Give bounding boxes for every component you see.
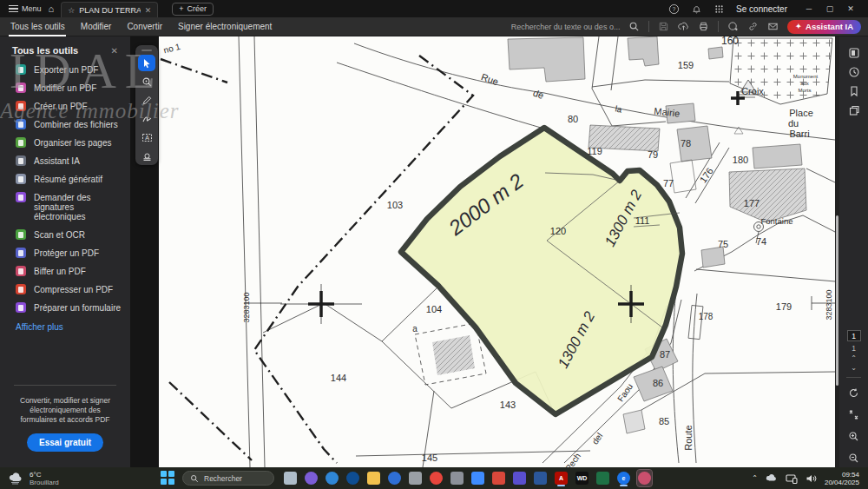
document-tab[interactable]: ☆ PLAN DU TERRAIN ... ✕ (61, 2, 158, 17)
taskbar-search[interactable]: Rechercher (182, 471, 274, 486)
zoom-tool[interactable] (138, 73, 155, 90)
taskbar-app-chrome[interactable] (429, 470, 444, 486)
taskbar-app-edge[interactable] (325, 470, 339, 486)
sidebar-tool-scan-et-ocr[interactable]: Scan et OCR (0, 226, 130, 244)
sidebar-tool-proteger-un-pdf[interactable]: Protéger un PDF (0, 244, 130, 262)
sidebar-tool-preparer-un-formulaire[interactable]: Préparer un formulaire (0, 299, 130, 317)
select-tool[interactable] (138, 55, 155, 72)
menu-button[interactable]: Menu (9, 3, 42, 14)
sidebar-tool-resume-generatif[interactable]: Résumé génératif (0, 170, 130, 188)
show-more-link[interactable]: Afficher plus (0, 317, 130, 337)
sidebar-tool-creer-un-pdf[interactable]: Créer un PDF (0, 97, 130, 116)
taskbar-app-media-purple[interactable] (512, 470, 527, 486)
taskbar-app-office-blue[interactable] (533, 470, 548, 486)
tool-icon (16, 284, 26, 294)
map-label: Monument (793, 74, 819, 79)
free-trial-button[interactable]: Essai gratuit (27, 433, 103, 452)
taskbar-app-browser-e[interactable]: e (616, 470, 631, 486)
taskbar-app-excel[interactable] (595, 470, 610, 486)
tab-convertir[interactable]: Convertir (119, 17, 170, 36)
volume-icon[interactable] (806, 473, 817, 484)
home-icon[interactable]: ⌂ (49, 3, 55, 14)
close-tab-icon[interactable]: ✕ (145, 6, 152, 15)
create-button[interactable]: + Créer (172, 3, 214, 16)
next-page-button[interactable]: ⌄ (851, 365, 857, 372)
maximize-button[interactable]: ▢ (819, 4, 840, 13)
app-red-icon (492, 472, 505, 485)
drag-handle[interactable] (141, 50, 152, 51)
taskbar-app-app-red[interactable] (491, 470, 506, 486)
weather-widget[interactable]: 6°C Brouillard (0, 471, 161, 486)
sidebar-tool-demander-des-signatures-electroniques[interactable]: Demander des signatures électroniques (0, 188, 130, 226)
previous-page-button[interactable]: ⌃ (851, 355, 857, 362)
taskbar-app-task-view[interactable] (283, 470, 298, 486)
page-number-input[interactable]: 1 (847, 330, 861, 341)
onedrive-icon[interactable] (766, 473, 778, 483)
sidebar-tool-exporter-un-pdf[interactable]: Exporter un PDF (0, 61, 130, 79)
upload-cloud-icon[interactable] (678, 21, 689, 32)
taskbar-app-device-gray[interactable] (408, 470, 423, 486)
minimize-button[interactable]: ─ (799, 4, 819, 13)
search-input[interactable]: Rechercher du texte ou des o... (511, 23, 621, 31)
taskbar-app-tool-gray[interactable] (450, 470, 464, 486)
taskbar-app-teamviewer[interactable] (345, 470, 360, 486)
annotate-circle-icon[interactable] (727, 21, 739, 32)
sidebar-tool-biffer-un-pdf[interactable]: Biffer un PDF (0, 262, 130, 281)
cadastral-map-page[interactable]: 103104a144143145801191201111591607978771… (159, 36, 835, 467)
page-thumbnails-button[interactable] (839, 43, 868, 63)
fit-page-button[interactable] (839, 405, 868, 424)
taskbar-app-app-blue[interactable] (387, 470, 402, 486)
notifications-icon[interactable] (691, 3, 702, 15)
assistant-ia-button[interactable]: ✦ Assistant IA (787, 20, 861, 34)
add-text-tool[interactable]: A (138, 129, 155, 147)
zoom-in-button[interactable] (839, 426, 868, 446)
draw-tool[interactable] (138, 92, 155, 109)
close-window-button[interactable]: ✕ (840, 4, 861, 13)
tool-icon (16, 229, 26, 240)
email-icon[interactable] (767, 21, 779, 32)
copilot-icon (305, 472, 318, 485)
star-icon: ☆ (68, 6, 75, 15)
history-button[interactable] (839, 63, 868, 82)
sidebar-tool-assistant-ia[interactable]: Assistant IA (0, 152, 130, 170)
layers-button[interactable] (839, 101, 868, 120)
scrollbar-thumb[interactable] (836, 215, 838, 386)
tool-label: Combiner des fichiers (34, 120, 118, 129)
sidebar-tool-compresser-un-pdf[interactable]: Compresser un PDF (0, 281, 130, 299)
weather-condition: Brouillard (30, 479, 59, 486)
sidebar-tool-modifier-un-pdf[interactable]: Modifier un PDF (0, 79, 130, 97)
tab-tous-les-outils[interactable]: Tous les outils (0, 17, 73, 36)
zoom-out-button[interactable] (839, 448, 868, 467)
taskbar-app-snip-blue[interactable] (470, 470, 485, 486)
stamp-tool[interactable] (138, 149, 155, 166)
acrobat-icon: A (555, 472, 568, 485)
close-panel-icon[interactable]: ✕ (111, 46, 118, 56)
divider (14, 385, 116, 386)
taskbar-app-wd[interactable]: WD (575, 470, 589, 486)
chrome-icon (430, 472, 443, 485)
start-button[interactable] (161, 471, 175, 486)
sign-tool[interactable] (138, 111, 155, 129)
cast-screen-icon[interactable] (786, 473, 798, 484)
taskbar-app-explorer[interactable] (366, 470, 381, 486)
sign-in-link[interactable]: Se connecter (736, 4, 787, 14)
print-icon[interactable] (698, 21, 709, 32)
clock[interactable]: 09:54 20/04/2025 (825, 471, 859, 486)
map-label: 85 (659, 416, 669, 426)
taskbar-app-copilot[interactable] (304, 470, 319, 486)
tab-signer[interactable]: Signer électroniquement (170, 17, 279, 36)
rotate-page-button[interactable] (839, 383, 868, 402)
tool-label: Organiser les pages (34, 138, 112, 148)
save-icon[interactable] (658, 21, 669, 32)
help-icon[interactable]: ? (668, 3, 680, 15)
sidebar-tool-organiser-les-pages[interactable]: Organiser les pages (0, 134, 130, 152)
taskbar-app-acrobat[interactable]: A (554, 470, 569, 486)
bookmarks-button[interactable] (839, 82, 868, 101)
sidebar-tool-combiner-des-fichiers[interactable]: Combiner des fichiers (0, 116, 130, 134)
taskbar-app-focus-red[interactable] (637, 470, 652, 486)
tab-modifier[interactable]: Modifier (73, 17, 120, 36)
tray-expand-icon[interactable]: ⌃ (752, 474, 758, 482)
apps-grid-icon[interactable] (713, 3, 725, 15)
search-icon[interactable] (628, 21, 640, 32)
link-icon[interactable] (747, 21, 759, 32)
